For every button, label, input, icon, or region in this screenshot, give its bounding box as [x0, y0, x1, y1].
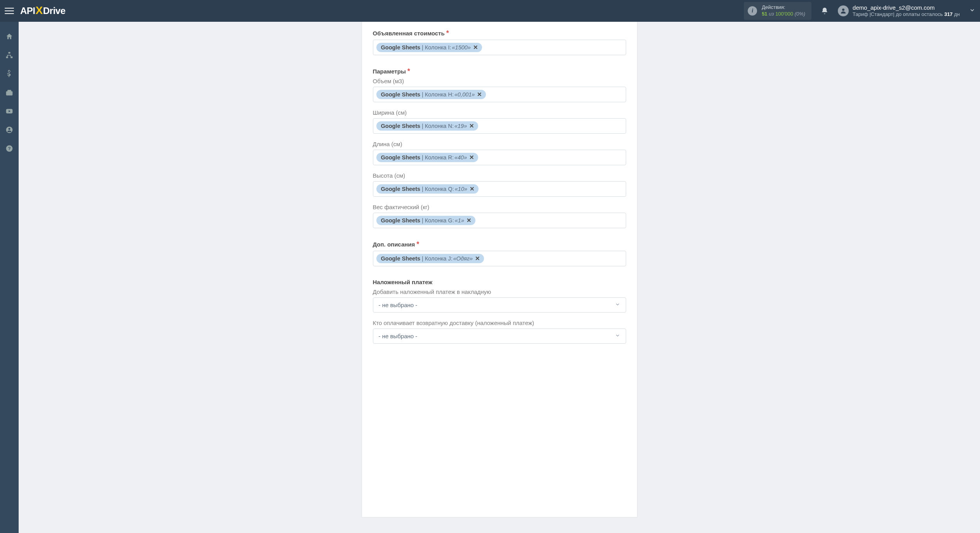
notifications-icon[interactable] [821, 7, 829, 15]
user-email: demo_apix-drive_s2@com.com [853, 4, 960, 12]
length-tag[interactable]: Google Sheets | Колонка R: «40» ✕ [376, 153, 479, 162]
actions-count: 51 [762, 11, 767, 17]
chevron-down-icon[interactable] [969, 7, 975, 15]
field-width: Ширина (см) Google Sheets | Колонка N: «… [373, 109, 626, 134]
actions-counter[interactable]: i Действия: 51 из 100'000 (0%) [744, 2, 811, 20]
svg-rect-2 [6, 56, 8, 58]
height-tag[interactable]: Google Sheets | Колонка Q: «10» ✕ [376, 184, 479, 194]
volume-label: Объем (м3) [373, 78, 626, 84]
volume-tag[interactable]: Google Sheets | Колонка H: «0,001» ✕ [376, 90, 486, 99]
declared-cost-label: Объявленная стоимость * [373, 30, 626, 37]
svg-point-7 [9, 128, 10, 130]
user-menu[interactable]: demo_apix-drive_s2@com.com Тариф |Станда… [838, 4, 960, 18]
sidebar-video[interactable] [0, 103, 19, 120]
sidebar-account[interactable] [0, 121, 19, 138]
weight-label: Вес фактический (кг) [373, 204, 626, 210]
form-panel: Объявленная стоимость * Google Sheets | … [362, 22, 637, 517]
sidebar-toolbox[interactable] [0, 84, 19, 101]
sidebar-home[interactable] [0, 28, 19, 45]
width-input[interactable]: Google Sheets | Колонка N: «19» ✕ [373, 118, 626, 134]
sidebar: ? [0, 22, 19, 533]
actions-text: Действия: 51 из 100'000 (0%) [762, 4, 805, 17]
volume-input[interactable]: Google Sheets | Колонка H: «0,001» ✕ [373, 87, 626, 102]
height-label: Высота (см) [373, 172, 626, 179]
length-input[interactable]: Google Sheets | Колонка R: «40» ✕ [373, 150, 626, 165]
field-declared-cost: Объявленная стоимость * Google Sheets | … [373, 30, 626, 55]
cod-add-select[interactable]: - не выбрано - [373, 297, 626, 313]
width-label: Ширина (см) [373, 109, 626, 116]
main-content: Объявленная стоимость * Google Sheets | … [19, 22, 980, 533]
logo-api: API [20, 5, 35, 16]
actions-label: Действия: [762, 4, 805, 11]
length-label: Длина (см) [373, 141, 626, 147]
extra-desc-input[interactable]: Google Sheets | Колонка J: «Одяг» ✕ [373, 251, 626, 266]
svg-rect-3 [10, 56, 12, 58]
required-star: * [416, 241, 419, 248]
cod-payer-select[interactable]: - не выбрано - [373, 329, 626, 344]
remove-tag-icon[interactable]: ✕ [473, 44, 478, 51]
remove-tag-icon[interactable]: ✕ [475, 255, 480, 262]
required-star: * [407, 68, 410, 75]
svg-point-0 [842, 9, 844, 11]
cod-add-label: Добавить наложенный платеж в накладную [373, 288, 626, 295]
declared-cost-input[interactable]: Google Sheets | Колонка I: «1500» ✕ [373, 40, 626, 55]
svg-text:?: ? [8, 146, 10, 151]
cod-payer-label: Кто оплачивает возвратную доставку (нало… [373, 320, 626, 326]
field-volume: Объем (м3) Google Sheets | Колонка H: «0… [373, 78, 626, 102]
avatar-icon [838, 5, 849, 16]
user-tariff: Тариф |Стандарт| до оплаты осталось 317 … [853, 11, 960, 18]
params-section-label: Параметры * [373, 68, 626, 75]
info-icon: i [748, 6, 757, 16]
sidebar-connections[interactable] [0, 47, 19, 64]
remove-tag-icon[interactable]: ✕ [467, 217, 472, 224]
svg-rect-1 [9, 52, 10, 54]
remove-tag-icon[interactable]: ✕ [469, 123, 474, 129]
remove-tag-icon[interactable]: ✕ [477, 91, 482, 98]
extra-desc-label: Доп. описания * [373, 241, 626, 248]
weight-input[interactable]: Google Sheets | Колонка G: «1» ✕ [373, 213, 626, 228]
sidebar-help[interactable]: ? [0, 140, 19, 157]
logo[interactable]: APIXDrive [20, 5, 65, 17]
cod-payer-value: - не выбрано - [379, 333, 418, 339]
chevron-down-icon [615, 302, 620, 308]
cod-add-value: - не выбрано - [379, 302, 418, 308]
menu-toggle[interactable] [5, 6, 14, 16]
sidebar-billing[interactable] [0, 65, 19, 82]
remove-tag-icon[interactable]: ✕ [469, 154, 474, 161]
field-cod-add: Добавить наложенный платеж в накладную -… [373, 288, 626, 313]
actions-of: из [769, 11, 774, 17]
field-cod-payer: Кто оплачивает возвратную доставку (нало… [373, 320, 626, 344]
extra-desc-tag[interactable]: Google Sheets | Колонка J: «Одяг» ✕ [376, 254, 484, 263]
declared-cost-tag[interactable]: Google Sheets | Колонка I: «1500» ✕ [376, 43, 482, 52]
width-tag[interactable]: Google Sheets | Колонка N: «19» ✕ [376, 121, 479, 131]
topbar: APIXDrive i Действия: 51 из 100'000 (0%)… [0, 0, 980, 22]
remove-tag-icon[interactable]: ✕ [470, 186, 475, 192]
field-length: Длина (см) Google Sheets | Колонка R: «4… [373, 141, 626, 165]
field-height: Высота (см) Google Sheets | Колонка Q: «… [373, 172, 626, 197]
user-text: demo_apix-drive_s2@com.com Тариф |Станда… [853, 4, 960, 18]
chevron-down-icon [615, 333, 620, 339]
actions-total: 100'000 [775, 11, 793, 17]
weight-tag[interactable]: Google Sheets | Колонка G: «1» ✕ [376, 216, 475, 225]
actions-pct: (0%) [795, 11, 805, 17]
field-weight: Вес фактический (кг) Google Sheets | Кол… [373, 204, 626, 228]
required-star: * [446, 30, 449, 37]
height-input[interactable]: Google Sheets | Колонка Q: «10» ✕ [373, 181, 626, 197]
logo-x: X [36, 4, 43, 17]
logo-drive: Drive [43, 5, 66, 16]
field-extra-desc: Доп. описания * Google Sheets | Колонка … [373, 241, 626, 266]
cod-section-label: Наложенный платеж [373, 279, 626, 285]
